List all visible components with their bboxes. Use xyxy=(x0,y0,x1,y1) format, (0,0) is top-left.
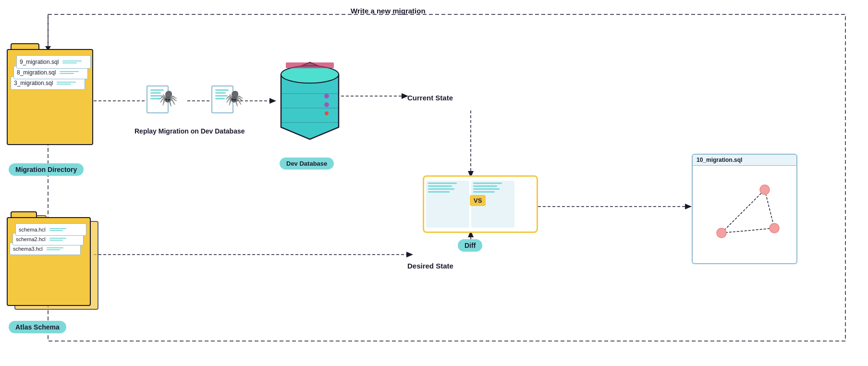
migration-file-9: 9_migration.sql xyxy=(16,55,91,69)
svg-line-27 xyxy=(721,190,765,233)
svg-point-22 xyxy=(324,102,329,107)
migration-graph xyxy=(693,166,789,252)
migration-output: 10_migration.sql xyxy=(692,154,797,264)
svg-marker-7 xyxy=(269,98,276,104)
spider-1: 🕷️ xyxy=(159,89,178,107)
svg-point-32 xyxy=(770,223,779,233)
svg-rect-20 xyxy=(286,62,334,68)
svg-marker-15 xyxy=(406,252,413,257)
write-migration-label: Write a new migration xyxy=(351,7,426,15)
diff-badge: Diff xyxy=(458,239,482,252)
spider-2: 🕷️ xyxy=(225,89,244,107)
dev-database-svg xyxy=(276,48,343,154)
svg-point-30 xyxy=(717,228,726,238)
svg-line-28 xyxy=(765,190,774,228)
replay-migration-label: Replay Migration on Dev Database xyxy=(134,127,245,135)
schema-file-1: schema.hcl xyxy=(15,223,86,236)
current-state-label: Current State xyxy=(407,94,453,102)
svg-point-23 xyxy=(325,111,329,115)
migration-directory-badge: Migration Directory xyxy=(9,163,84,176)
atlas-schema-badge: Atlas Schema xyxy=(9,321,66,333)
svg-point-31 xyxy=(760,185,770,195)
svg-point-21 xyxy=(324,94,329,98)
dev-database-badge: Dev Database xyxy=(280,158,334,170)
vs-badge: VS xyxy=(470,195,486,206)
migration-output-filename: 10_migration.sql xyxy=(693,155,796,166)
svg-line-29 xyxy=(721,228,774,233)
desired-state-label: Desired State xyxy=(407,262,453,270)
diagram-container: Write a new migration 9_migration.sql 8_… xyxy=(0,0,868,366)
diff-box: VS xyxy=(423,175,538,233)
svg-marker-13 xyxy=(685,204,692,209)
svg-point-19 xyxy=(281,66,339,83)
